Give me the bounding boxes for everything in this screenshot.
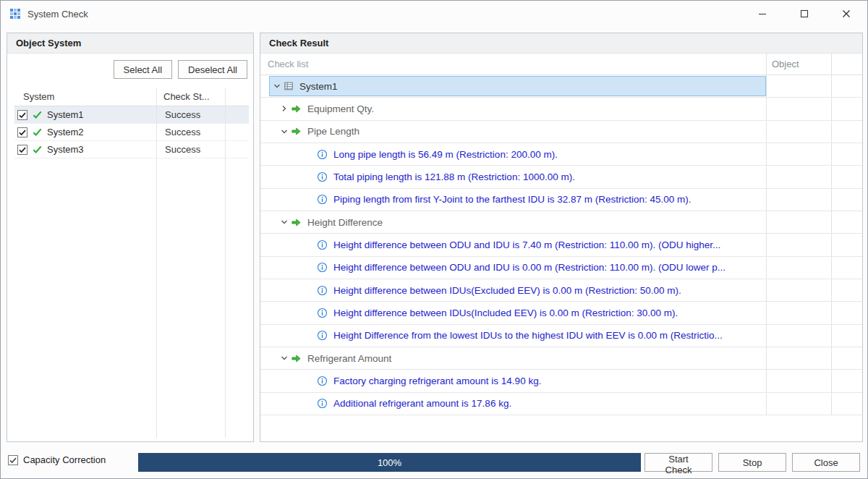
- tree-row-category[interactable]: Refrigerant Amount: [260, 347, 862, 370]
- check-message: Long pipe length is 56.49 m (Restriction…: [333, 149, 558, 160]
- tree-row-message[interactable]: Factory charging refrigerant amount is 1…: [260, 370, 862, 392]
- object-cell: [766, 98, 831, 119]
- deselect-all-button[interactable]: Deselect All: [178, 60, 247, 79]
- tree-row-category[interactable]: Equipment Qty.: [260, 98, 862, 120]
- object-cell: [766, 325, 831, 347]
- minimize-icon: [757, 9, 767, 19]
- tree-row-category[interactable]: Height Difference: [260, 211, 862, 234]
- system-check-window: System Check Object System Select All De…: [0, 0, 868, 479]
- table-icon: [284, 81, 294, 91]
- window-controls: [741, 1, 867, 27]
- chevron-down-icon[interactable]: [278, 352, 291, 364]
- stop-button[interactable]: Stop: [718, 453, 786, 472]
- object-cell: [766, 347, 831, 369]
- titlebar: System Check: [1, 1, 867, 27]
- tree-row-message[interactable]: Height difference between IDUs(Included …: [260, 302, 862, 324]
- chevron-down-icon[interactable]: [278, 126, 291, 137]
- tree-row-message[interactable]: Total piping length is 121.88 m (Restric…: [260, 166, 862, 188]
- check-message: Height difference between ODU and IDU is…: [333, 240, 720, 250]
- column-header-object: Object: [766, 54, 831, 75]
- tree-category-label: Pipe Length: [307, 126, 359, 137]
- chevron-down-icon[interactable]: [278, 216, 291, 228]
- object-system-header: Object System: [7, 33, 253, 54]
- green-arrow-icon: [291, 103, 302, 114]
- capacity-correction-option[interactable]: Capacity Correction: [8, 454, 106, 465]
- green-check-icon: [32, 109, 43, 120]
- close-dialog-button[interactable]: Close: [792, 453, 860, 472]
- check-message: Total piping length is 121.88 m (Restric…: [333, 171, 575, 182]
- green-arrow-icon: [291, 217, 302, 228]
- chevron-right-icon[interactable]: [278, 103, 291, 114]
- start-check-button[interactable]: Start Check: [644, 453, 712, 472]
- system-checkbox[interactable]: [17, 145, 27, 155]
- info-icon: [317, 149, 328, 160]
- selection-button-row: Select All Deselect All: [7, 54, 253, 79]
- tree-row-message[interactable]: Long pipe length is 56.49 m (Restriction…: [260, 143, 862, 166]
- tree-row-message[interactable]: Height difference between ODU and IDU is…: [260, 234, 862, 256]
- close-button[interactable]: [825, 1, 867, 27]
- table-row[interactable]: System3 Success: [14, 141, 249, 158]
- window-title: System Check: [27, 9, 88, 20]
- check-message: Height difference between ODU and IDU is…: [333, 262, 726, 273]
- chevron-down-icon[interactable]: [271, 80, 284, 92]
- progress-text: 100%: [378, 457, 401, 468]
- check-result-panel: Check Result Check list Object System1: [260, 33, 863, 442]
- tree-row-message[interactable]: Additional refrigerant amount is 17.86 k…: [260, 393, 862, 415]
- object-cell: [766, 121, 831, 143]
- object-cell: [766, 302, 831, 323]
- object-cell: [766, 166, 831, 187]
- green-check-icon: [32, 127, 43, 137]
- bottom-bar: Capacity Correction 100% Start Check Sto…: [1, 446, 867, 478]
- check-result-header: Check Result: [260, 33, 862, 54]
- app-grid-logo-icon: [9, 8, 21, 20]
- system-name: System1: [47, 109, 84, 120]
- capacity-correction-label: Capacity Correction: [23, 454, 106, 465]
- info-icon: [317, 376, 328, 386]
- minimize-button[interactable]: [741, 1, 783, 27]
- column-divider: [225, 88, 226, 438]
- column-header-check-status: Check St...: [156, 91, 225, 102]
- tree-row-category[interactable]: Pipe Length: [260, 121, 862, 143]
- green-check-icon: [32, 144, 43, 155]
- info-icon: [317, 398, 328, 409]
- info-icon: [317, 330, 328, 341]
- tree-row-message[interactable]: Height difference between ODU and IDU is…: [260, 257, 862, 279]
- info-icon: [317, 171, 328, 182]
- check-status: Success: [156, 127, 225, 137]
- selection-highlight: [269, 76, 766, 96]
- info-icon: [317, 240, 328, 250]
- system-table-header: System Check St...: [14, 88, 249, 106]
- check-message: Additional refrigerant amount is 17.86 k…: [333, 398, 511, 409]
- info-icon: [317, 308, 328, 318]
- tree-row-message[interactable]: Height Difference from the lowest IDUs t…: [260, 325, 862, 347]
- object-cell: [766, 75, 831, 97]
- info-icon: [317, 194, 328, 205]
- tree-row-message[interactable]: Height difference between IDUs(Excluded …: [260, 279, 862, 302]
- column-header-system: System: [14, 91, 156, 102]
- tree-row-message[interactable]: Piping length from first Y-Joint to the …: [260, 189, 862, 211]
- green-arrow-icon: [291, 353, 302, 364]
- tree-row-system[interactable]: System1: [260, 75, 862, 98]
- object-cell: [766, 257, 831, 279]
- check-status: Success: [156, 144, 225, 155]
- maximize-button[interactable]: [783, 1, 825, 27]
- table-row[interactable]: System1 Success: [14, 106, 249, 124]
- system-checkbox[interactable]: [17, 110, 27, 120]
- capacity-correction-checkbox[interactable]: [8, 455, 18, 465]
- system-table: System Check St... System1 Success: [14, 88, 249, 438]
- object-cell: [766, 370, 831, 391]
- check-message: Height difference between IDUs(Included …: [333, 308, 678, 318]
- table-row[interactable]: System2 Success: [14, 124, 249, 141]
- column-header-check-list: Check list: [260, 54, 766, 75]
- info-icon: [317, 285, 328, 296]
- select-all-button[interactable]: Select All: [114, 60, 172, 79]
- check-message: Height difference between IDUs(Excluded …: [333, 285, 681, 296]
- progress-fill: 100%: [138, 453, 641, 472]
- tree-category-label: Height Difference: [307, 217, 383, 228]
- system-checkbox[interactable]: [17, 127, 27, 137]
- system-name: System3: [47, 144, 84, 155]
- check-status: Success: [156, 109, 225, 120]
- tree-system-label: System1: [299, 81, 338, 92]
- check-list-column-headers: Check list Object: [260, 54, 862, 75]
- action-buttons: Start Check Stop Close: [644, 453, 860, 472]
